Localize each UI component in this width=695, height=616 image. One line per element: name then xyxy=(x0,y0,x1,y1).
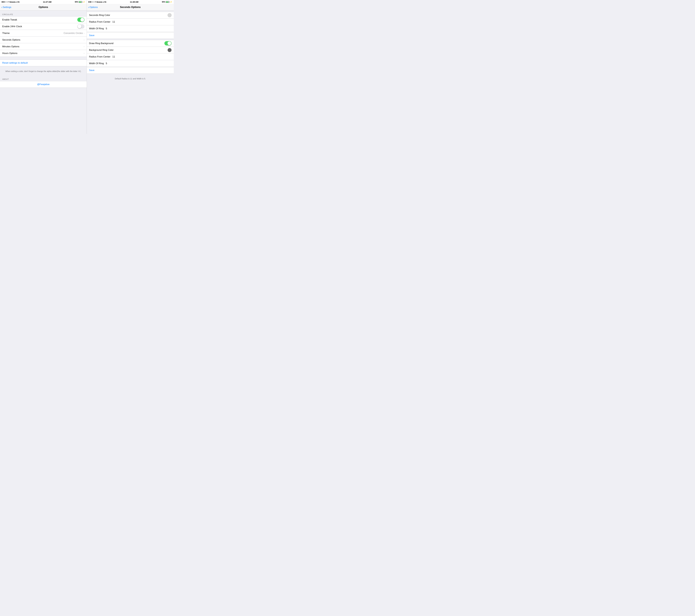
left-status-right: 90% ⚡ xyxy=(75,1,85,3)
bolt-icon: ⚡ xyxy=(83,1,85,3)
twitter-row[interactable]: @Fewjative xyxy=(0,81,87,88)
minutes-options-row[interactable]: Minutes Options › xyxy=(0,43,87,50)
r-battery-icon xyxy=(166,1,169,3)
signal-dot-3 xyxy=(5,1,6,2)
circulate-header-text: CIRCULATE xyxy=(2,13,13,16)
right-back-chevron: ‹ xyxy=(88,5,89,9)
network-left: LTE xyxy=(16,1,20,3)
r-signal-dot-2 xyxy=(90,1,91,2)
r-carrier: T-Mobile xyxy=(95,1,103,3)
seconds-ring-color-row[interactable]: Seconds Ring Color xyxy=(87,12,174,19)
battery-icon-left xyxy=(79,1,82,3)
spacer-1 xyxy=(0,57,87,59)
spacer-2 xyxy=(0,66,87,67)
signal-dot-2 xyxy=(3,1,4,2)
right-page-title: Seconds Options xyxy=(120,6,140,8)
theme-value-group: Concentric Circles › xyxy=(64,32,84,35)
r-bolt-icon: ⚡ xyxy=(170,1,172,3)
minutes-options-chevron-group: › xyxy=(84,45,84,48)
r-battery-pct: 90% xyxy=(162,1,165,3)
right-back-label: Options xyxy=(90,6,98,8)
r-network: LTE xyxy=(103,1,106,3)
draw-ring-bg-row: Draw Ring Background xyxy=(87,40,174,47)
bg-ring-color-row[interactable]: Background Ring Color xyxy=(87,47,174,53)
radius-label-1: Radius From Center 11 xyxy=(89,20,115,23)
right-status-right: 90% ⚡ xyxy=(162,1,172,3)
hours-options-chevron: › xyxy=(84,52,84,55)
right-panel: T-Mobile LTE 11:28 AM 90% ⚡ ‹ Options Se… xyxy=(87,0,174,134)
left-back-label: Settings xyxy=(3,6,11,8)
save-button-2[interactable]: Save xyxy=(89,69,95,72)
hours-options-row[interactable]: Hours Options › xyxy=(0,50,87,57)
carrier-left: T-Mobile xyxy=(9,1,16,3)
r-signal-dot-1 xyxy=(88,1,90,2)
info-text: When setting a color, don't forget to ch… xyxy=(5,70,81,72)
r-signal-dot-3 xyxy=(92,1,93,2)
r-spacer-2 xyxy=(87,39,174,40)
minutes-options-chevron: › xyxy=(84,45,84,48)
left-back-button[interactable]: ‹ Settings xyxy=(1,5,11,9)
enable-24hr-label: Enable 24Hr Clock xyxy=(2,25,22,28)
right-footer-text: Default Radius is 11 and Width is 5. xyxy=(115,77,146,80)
battery-pct-left: 90% xyxy=(75,1,78,3)
draw-ring-bg-thumb xyxy=(168,41,171,45)
enable-tweak-toggle[interactable] xyxy=(77,18,84,22)
ring-background-group: Draw Ring Background Background Ring Col… xyxy=(87,40,174,67)
left-back-chevron: ‹ xyxy=(1,5,2,9)
main-settings-group: Enable Tweak Enable 24Hr Clock Theme Con… xyxy=(0,16,87,57)
minutes-options-label: Minutes Options xyxy=(2,45,19,48)
about-header-text: ABOUT xyxy=(2,78,9,80)
hours-options-chevron-group: › xyxy=(84,52,84,55)
enable-tweak-row: Enable Tweak xyxy=(0,16,87,23)
draw-ring-bg-toggle[interactable] xyxy=(165,41,171,46)
seconds-ring-group: Seconds Ring Color Radius From Center 11… xyxy=(87,12,174,32)
bg-ring-color-swatch[interactable] xyxy=(168,48,171,52)
radius-from-center-row-2[interactable]: Radius From Center 11 xyxy=(87,53,174,60)
enable-24hr-row: Enable 24Hr Clock xyxy=(0,23,87,30)
radius-label-2: Radius From Center 11 xyxy=(89,55,115,58)
right-nav-bar: ‹ Options Seconds Options xyxy=(87,4,174,11)
about-section-header: ABOUT xyxy=(0,75,87,81)
enable-24hr-toggle[interactable] xyxy=(77,24,84,29)
enable-tweak-thumb xyxy=(80,18,84,22)
right-footer-info: Default Radius is 11 and Width is 5. xyxy=(87,75,174,83)
reset-label: Reset settings to default xyxy=(2,61,28,64)
seconds-ring-color-swatch[interactable] xyxy=(168,13,171,17)
save-row-2: Save xyxy=(87,67,174,74)
right-back-button[interactable]: ‹ Options xyxy=(88,5,98,9)
left-status-left: T-Mobile LTE xyxy=(2,1,19,3)
reset-row[interactable]: Reset settings to default xyxy=(0,59,87,66)
left-panel: T-Mobile LTE 11:27 AM 90% ⚡ ‹ Settings O… xyxy=(0,0,87,134)
enable-tweak-label: Enable Tweak xyxy=(2,18,17,21)
save-button-1[interactable]: Save xyxy=(89,34,95,37)
seconds-options-label: Seconds Options xyxy=(2,38,20,41)
seconds-ring-color-label: Seconds Ring Color xyxy=(89,14,110,17)
seconds-options-chevron: › xyxy=(84,39,84,41)
seconds-options-chevron-group: › xyxy=(84,39,84,41)
width-label-2: Width Of Ring 5 xyxy=(89,62,107,65)
r-time: 11:28 AM xyxy=(130,1,138,3)
width-of-ring-row-1[interactable]: Width Of Ring 5 xyxy=(87,25,174,32)
r-spacer-1 xyxy=(87,11,174,12)
time-left: 11:27 AM xyxy=(43,1,51,3)
radius-from-center-row-1[interactable]: Radius From Center 11 xyxy=(87,19,174,25)
right-status-bar: T-Mobile LTE 11:28 AM 90% ⚡ xyxy=(87,0,174,4)
hours-options-label: Hours Options xyxy=(2,52,17,55)
left-status-bar: T-Mobile LTE 11:27 AM 90% ⚡ xyxy=(0,0,87,4)
twitter-handle: @Fewjative xyxy=(37,83,50,86)
seconds-options-row[interactable]: Seconds Options › xyxy=(0,37,87,43)
signal-dot-4 xyxy=(7,1,8,2)
right-status-left: T-Mobile LTE xyxy=(88,1,106,3)
enable-24hr-thumb xyxy=(78,24,81,28)
theme-value: Concentric Circles xyxy=(64,32,83,35)
left-page-title: Options xyxy=(39,6,48,8)
r-spacer-3 xyxy=(87,74,174,75)
save-row-1: Save xyxy=(87,32,174,39)
width-of-ring-row-2[interactable]: Width Of Ring 5 xyxy=(87,60,174,67)
width-label-1: Width Of Ring 5 xyxy=(89,27,107,30)
theme-row[interactable]: Theme Concentric Circles › xyxy=(0,30,87,37)
draw-ring-bg-label: Draw Ring Background xyxy=(89,42,114,45)
info-box: When setting a color, don't forget to ch… xyxy=(0,67,87,75)
theme-chevron: › xyxy=(84,32,84,34)
theme-label: Theme xyxy=(2,32,10,35)
